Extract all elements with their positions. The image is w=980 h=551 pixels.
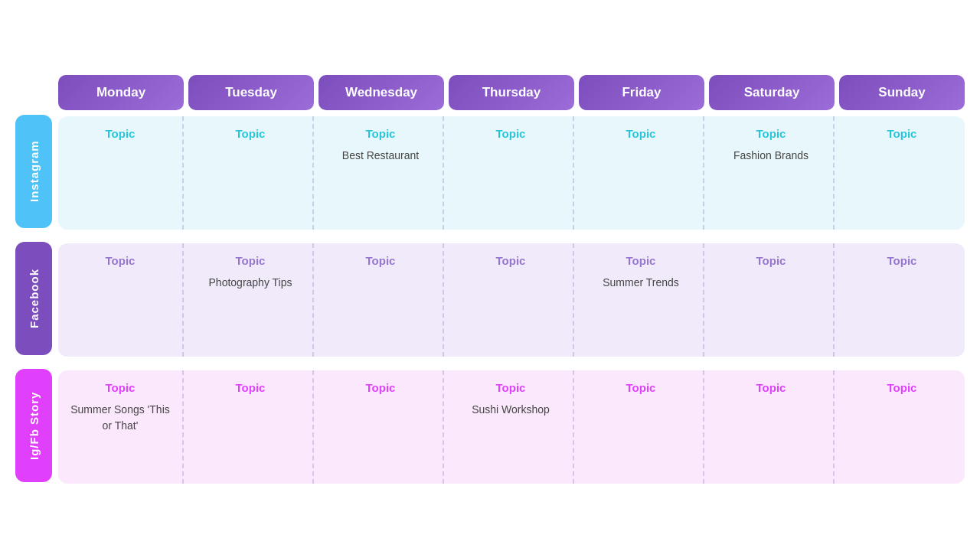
cell-instagram-6: Topic [839,116,965,230]
cell-facebook-2: Topic [318,243,444,357]
cell-topic-instagram-6: Topic [887,127,917,140]
calendar-wrapper: Instagram Facebook Ig/Fb Story MondayTue… [15,75,965,497]
label-igfb: Ig/Fb Story [15,369,52,482]
cell-instagram-2: TopicBest Restaurant [318,116,444,230]
cell-igfb-2: Topic [318,370,444,484]
cell-instagram-1: Topic [188,116,314,230]
cell-facebook-6: Topic [839,243,965,357]
cell-igfb-4: Topic [579,370,704,484]
cell-facebook-4: TopicSummer Trends [579,243,704,357]
cell-topic-instagram-0: Topic [106,127,136,140]
day-header-wednesday: Wednesday [318,75,444,110]
cell-topic-facebook-4: Topic [626,254,656,267]
cell-content-instagram-5: Fashion Brands [733,148,808,164]
cell-facebook-1: TopicPhotography Tips [188,243,314,357]
day-header-monday: Monday [58,75,184,110]
section-row-igfb: TopicSummer Songs 'This or That'TopicTop… [58,370,965,484]
cell-content-facebook-1: Photography Tips [209,275,292,291]
cell-instagram-0: Topic [58,116,184,230]
day-header-friday: Friday [579,75,704,110]
cell-igfb-1: Topic [188,370,314,484]
cell-facebook-0: Topic [58,243,184,357]
cell-topic-igfb-0: Topic [106,381,136,394]
cell-topic-instagram-3: Topic [496,127,526,140]
cell-topic-instagram-5: Topic [756,127,786,140]
cell-topic-facebook-5: Topic [756,254,786,267]
grid-area: MondayTuesdayWednesdayThursdayFridaySatu… [58,75,965,497]
section-row-instagram: TopicTopicTopicBest RestaurantTopicTopic… [58,116,965,230]
cell-topic-igfb-4: Topic [626,381,656,394]
day-header-saturday: Saturday [709,75,835,110]
cell-topic-igfb-1: Topic [236,381,266,394]
cell-topic-igfb-5: Topic [756,381,786,394]
cell-topic-igfb-2: Topic [366,381,396,394]
cell-topic-igfb-6: Topic [887,381,917,394]
section-row-facebook: TopicTopicPhotography TipsTopicTopicTopi… [58,243,965,357]
row-labels: Instagram Facebook Ig/Fb Story [15,75,52,497]
cell-facebook-3: Topic [449,243,574,357]
cell-topic-facebook-6: Topic [887,254,917,267]
cell-topic-igfb-3: Topic [496,381,526,394]
cell-instagram-3: Topic [449,116,574,230]
cell-igfb-6: Topic [839,370,965,484]
cell-content-igfb-3: Sushi Workshop [472,402,550,418]
cell-igfb-3: TopicSushi Workshop [449,370,574,484]
day-header-sunday: Sunday [839,75,965,110]
label-facebook: Facebook [15,242,52,355]
cell-topic-instagram-2: Topic [366,127,396,140]
cell-igfb-5: Topic [709,370,835,484]
cell-content-facebook-4: Summer Trends [603,275,679,291]
cell-topic-facebook-1: Topic [236,254,266,267]
cell-topic-facebook-2: Topic [366,254,396,267]
cell-topic-facebook-3: Topic [496,254,526,267]
cell-content-instagram-2: Best Restaurant [342,148,419,164]
main-container: Instagram Facebook Ig/Fb Story MondayTue… [15,38,965,513]
cell-topic-instagram-1: Topic [236,127,266,140]
cell-topic-instagram-4: Topic [626,127,656,140]
cell-facebook-5: Topic [709,243,835,357]
cell-content-igfb-0: Summer Songs 'This or That' [66,402,175,434]
day-header-tuesday: Tuesday [188,75,314,110]
cell-instagram-4: Topic [579,116,704,230]
cell-igfb-0: TopicSummer Songs 'This or That' [58,370,184,484]
cell-topic-facebook-0: Topic [106,254,136,267]
days-header: MondayTuesdayWednesdayThursdayFridaySatu… [58,75,965,110]
cell-instagram-5: TopicFashion Brands [709,116,835,230]
rows-container: TopicTopicTopicBest RestaurantTopicTopic… [58,116,965,484]
day-header-thursday: Thursday [449,75,574,110]
label-instagram: Instagram [15,115,52,228]
